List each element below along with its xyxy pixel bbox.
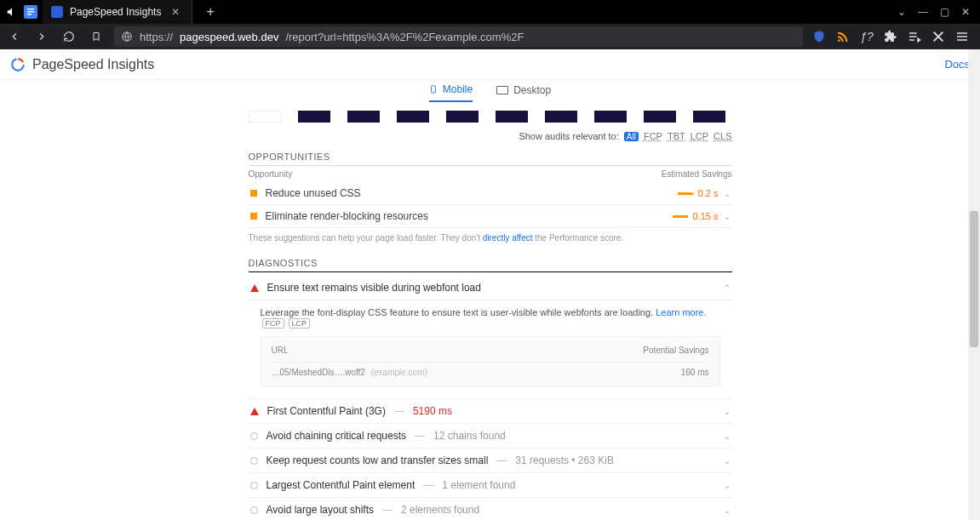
desktop-icon	[496, 86, 508, 94]
window-close-icon[interactable]: ✕	[961, 6, 970, 18]
tab-favicon	[51, 6, 63, 18]
filmstrip-frame	[496, 111, 528, 123]
bookmark-icon[interactable]	[87, 27, 106, 46]
opportunity-row[interactable]: Reduce unused CSS 0.2 s ⌄	[249, 182, 732, 205]
filter-tbt[interactable]: TBT	[668, 131, 685, 141]
function-icon[interactable]: ƒ?	[859, 29, 874, 44]
rss-icon[interactable]	[835, 29, 851, 44]
filmstrip-frame	[347, 111, 380, 123]
savings-bar	[678, 192, 693, 195]
svg-rect-2	[27, 11, 34, 13]
diagnostic-row[interactable]: Avoid large layout shifts — 2 elements f…	[249, 498, 732, 520]
os-titlebar: PageSpeed Insights ✕ + ⌄ — ▢ ✕	[0, 0, 980, 24]
playlist-icon[interactable]	[907, 29, 922, 44]
opp-value: 0.15 s	[693, 211, 719, 221]
opp-name: Eliminate render-blocking resources	[266, 210, 673, 222]
diag-title: Avoid chaining critical requests	[266, 430, 407, 442]
chevron-down-icon: ⌄	[724, 431, 731, 441]
scrollbar[interactable]	[968, 49, 980, 520]
nav-forward-button[interactable]	[32, 27, 51, 46]
filter-all[interactable]: All	[624, 132, 639, 141]
url-scheme: https://	[140, 31, 173, 43]
diag-title: Avoid large layout shifts	[266, 504, 375, 516]
info-circle-icon	[250, 506, 258, 514]
tab-close-icon[interactable]: ✕	[168, 6, 183, 18]
diag-title: Ensure text remains visible during webfo…	[267, 282, 481, 294]
diagnostic-header[interactable]: Ensure text remains visible during webfo…	[249, 276, 732, 300]
info-circle-icon	[250, 432, 258, 440]
opp-name: Reduce unused CSS	[266, 187, 678, 199]
diagnostic-row[interactable]: Keep request counts low and transfer siz…	[249, 449, 732, 473]
filter-cls[interactable]: CLS	[714, 131, 731, 141]
metric-tag: LCP	[289, 318, 311, 329]
diag-title: Largest Contentful Paint element	[266, 479, 415, 491]
tbl-col-savings: Potential Savings	[643, 346, 708, 355]
app-header: PageSpeed Insights Docs	[0, 49, 980, 80]
psi-logo-icon	[10, 57, 26, 72]
chevron-down-icon[interactable]: ⌄	[897, 6, 906, 18]
docs-app-icon[interactable]	[24, 5, 37, 19]
url-host: pagespeed.web.dev	[180, 31, 278, 43]
warning-triangle-icon	[250, 408, 259, 415]
diagnostic-row[interactable]: Avoid chaining critical requests — 12 ch…	[249, 424, 732, 449]
opportunity-row[interactable]: Eliminate render-blocking resources 0.15…	[249, 205, 732, 228]
scrollbar-thumb[interactable]	[970, 211, 978, 347]
cross-tool-icon[interactable]	[931, 29, 946, 44]
shield-icon[interactable]	[811, 29, 827, 44]
window-minimize-icon[interactable]: —	[918, 6, 928, 18]
filter-label: Show audits relevant to:	[519, 131, 618, 141]
filmstrip-frame	[594, 111, 627, 123]
filmstrip-frame	[693, 111, 725, 123]
info-circle-icon	[250, 482, 258, 489]
url-bar[interactable]: https://pagespeed.web.dev/report?url=htt…	[114, 26, 803, 47]
chevron-down-icon: ⌄	[724, 189, 731, 198]
filter-fcp[interactable]: FCP	[644, 131, 662, 141]
diag-meta: 1 element found	[442, 479, 515, 491]
warning-square-icon	[250, 213, 257, 220]
chevron-down-icon: ⌄	[724, 456, 731, 466]
svg-point-5	[838, 39, 840, 42]
diagnostic-row[interactable]: First Contentful Paint (3G) — 5190 ms⌄	[249, 399, 732, 424]
info-circle-icon	[250, 457, 258, 465]
nav-back-button[interactable]	[5, 27, 24, 46]
chevron-down-icon: ⌄	[724, 407, 731, 416]
diag-title: First Contentful Paint (3G)	[267, 405, 386, 417]
diagnostic-table: URL Potential Savings …05/MeshedDis….wof…	[261, 336, 720, 386]
speaker-icon	[5, 5, 19, 19]
menu-icon[interactable]	[954, 29, 970, 44]
diagnostic-expanded: Ensure text remains visible during webfo…	[249, 276, 732, 399]
opp-value: 0.2 s	[698, 188, 719, 198]
learn-more-link[interactable]: Learn more.	[656, 307, 706, 317]
docs-link[interactable]: Docs	[944, 58, 970, 71]
filmstrip-frame	[397, 111, 429, 123]
audit-filter-row: Show audits relevant to: All FCP TBT LCP…	[249, 131, 732, 141]
tab-desktop[interactable]: Desktop	[496, 84, 551, 101]
table-row: …05/MeshedDis….woff2 (example.com) 160 m…	[272, 362, 709, 377]
browser-tab[interactable]: PageSpeed Insights ✕	[43, 0, 192, 24]
diag-meta: 2 elements found	[401, 504, 479, 516]
note-link[interactable]: directly affect	[483, 233, 533, 243]
diag-meta: 31 requests • 263 KiB	[515, 454, 614, 466]
svg-rect-1	[27, 9, 34, 10]
chevron-down-icon: ⌄	[724, 212, 731, 221]
chevron-up-icon: ⌃	[724, 283, 731, 293]
opp-col-left: Opportunity	[249, 169, 293, 179]
diagnostic-row[interactable]: Largest Contentful Paint element — 1 ele…	[249, 473, 732, 498]
savings-bar	[673, 215, 688, 218]
filmstrip-frame	[545, 111, 577, 123]
warning-square-icon	[250, 190, 257, 197]
window-maximize-icon[interactable]: ▢	[940, 6, 949, 18]
globe-icon	[121, 31, 133, 43]
tbl-col-url: URL	[272, 346, 289, 355]
tab-mobile[interactable]: Mobile	[429, 83, 473, 102]
opp-col-right: Estimated Savings	[662, 169, 732, 179]
url-path: /report?url=https%3A%2F%2Fexample.com%2F	[285, 31, 524, 43]
browser-toolbar: https://pagespeed.web.dev/report?url=htt…	[0, 24, 980, 49]
new-tab-button[interactable]: +	[198, 4, 222, 20]
extensions-icon[interactable]	[883, 29, 898, 44]
filter-lcp[interactable]: LCP	[691, 131, 708, 141]
diagnostic-body: Leverage the font-display CSS feature to…	[249, 300, 732, 398]
chevron-down-icon: ⌄	[724, 481, 731, 490]
filmstrip-frame	[249, 111, 281, 123]
nav-reload-button[interactable]	[60, 27, 78, 46]
